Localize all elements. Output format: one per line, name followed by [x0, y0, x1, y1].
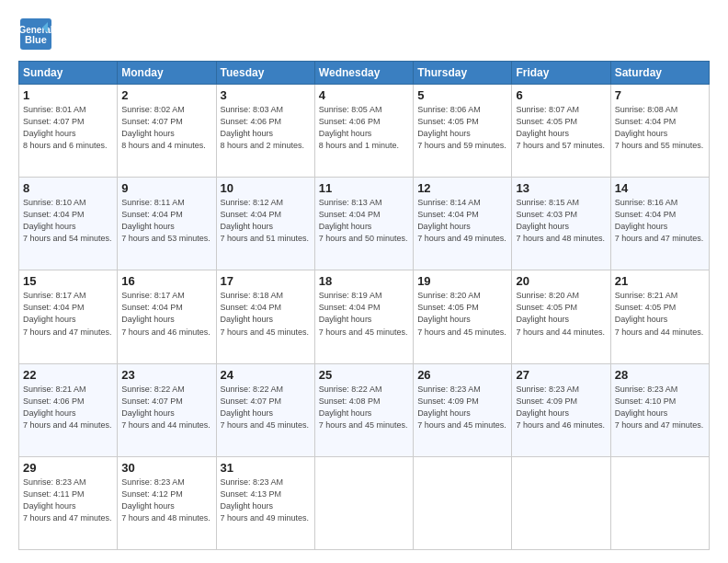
day-number: 22 [23, 368, 113, 382]
day-info: Sunrise: 8:21 AMSunset: 4:06 PMDaylight … [23, 384, 113, 431]
week-row-3: 15Sunrise: 8:17 AMSunset: 4:04 PMDayligh… [19, 270, 710, 363]
day-info: Sunrise: 8:12 AMSunset: 4:04 PMDaylight … [221, 197, 311, 245]
col-header-saturday: Saturday [610, 62, 709, 85]
calendar-cell [512, 456, 610, 549]
day-number: 30 [121, 461, 211, 475]
day-number: 17 [221, 274, 311, 288]
day-number: 19 [417, 274, 507, 288]
day-number: 6 [516, 88, 606, 102]
calendar-cell: 20Sunrise: 8:20 AMSunset: 4:05 PMDayligh… [512, 270, 610, 363]
day-info: Sunrise: 8:20 AMSunset: 4:05 PMDaylight … [516, 290, 606, 338]
day-number: 3 [221, 88, 311, 102]
day-info: Sunrise: 8:23 AMSunset: 4:11 PMDaylight … [23, 477, 113, 524]
day-number: 29 [23, 461, 113, 475]
day-number: 10 [221, 181, 311, 195]
calendar-cell: 12Sunrise: 8:14 AMSunset: 4:04 PMDayligh… [414, 178, 512, 270]
calendar-cell: 2Sunrise: 8:02 AMSunset: 4:07 PMDaylight… [118, 85, 216, 178]
day-info: Sunrise: 8:23 AMSunset: 4:10 PMDaylight … [615, 384, 705, 431]
day-info: Sunrise: 8:17 AMSunset: 4:04 PMDaylight … [23, 290, 113, 338]
day-info: Sunrise: 8:23 AMSunset: 4:12 PMDaylight … [121, 477, 211, 524]
col-header-tuesday: Tuesday [216, 62, 314, 85]
calendar-cell: 10Sunrise: 8:12 AMSunset: 4:04 PMDayligh… [216, 178, 314, 270]
calendar-cell: 31Sunrise: 8:23 AMSunset: 4:13 PMDayligh… [216, 456, 314, 549]
day-number: 16 [121, 274, 211, 288]
header: General Blue [18, 17, 710, 52]
calendar-cell: 24Sunrise: 8:22 AMSunset: 4:07 PMDayligh… [216, 363, 314, 456]
week-row-1: 1Sunrise: 8:01 AMSunset: 4:07 PMDaylight… [19, 85, 710, 178]
day-info: Sunrise: 8:22 AMSunset: 4:08 PMDaylight … [319, 384, 409, 431]
calendar-cell: 4Sunrise: 8:05 AMSunset: 4:06 PMDaylight… [314, 85, 413, 178]
day-info: Sunrise: 8:01 AMSunset: 4:07 PMDaylight … [23, 104, 113, 152]
day-number: 31 [221, 461, 311, 475]
day-number: 12 [417, 181, 507, 195]
day-number: 7 [615, 88, 705, 102]
day-number: 15 [23, 274, 113, 288]
day-number: 2 [121, 88, 211, 102]
day-info: Sunrise: 8:18 AMSunset: 4:04 PMDaylight … [221, 290, 311, 338]
calendar-cell: 11Sunrise: 8:13 AMSunset: 4:04 PMDayligh… [314, 178, 413, 270]
day-number: 25 [319, 368, 409, 382]
day-info: Sunrise: 8:20 AMSunset: 4:05 PMDaylight … [417, 290, 507, 338]
day-info: Sunrise: 8:22 AMSunset: 4:07 PMDaylight … [121, 384, 211, 431]
day-number: 4 [319, 88, 409, 102]
calendar-cell: 13Sunrise: 8:15 AMSunset: 4:03 PMDayligh… [512, 178, 610, 270]
day-info: Sunrise: 8:16 AMSunset: 4:04 PMDaylight … [615, 197, 705, 245]
calendar-cell: 3Sunrise: 8:03 AMSunset: 4:06 PMDaylight… [216, 85, 314, 178]
calendar-cell: 21Sunrise: 8:21 AMSunset: 4:05 PMDayligh… [610, 270, 709, 363]
day-number: 26 [417, 368, 507, 382]
logo: General Blue [18, 17, 53, 52]
day-info: Sunrise: 8:06 AMSunset: 4:05 PMDaylight … [417, 104, 507, 152]
day-number: 13 [516, 181, 606, 195]
calendar-cell: 26Sunrise: 8:23 AMSunset: 4:09 PMDayligh… [414, 363, 512, 456]
calendar-cell: 28Sunrise: 8:23 AMSunset: 4:10 PMDayligh… [610, 363, 709, 456]
day-info: Sunrise: 8:23 AMSunset: 4:13 PMDaylight … [221, 477, 311, 524]
day-number: 20 [516, 274, 606, 288]
calendar-cell: 18Sunrise: 8:19 AMSunset: 4:04 PMDayligh… [314, 270, 413, 363]
calendar-cell: 15Sunrise: 8:17 AMSunset: 4:04 PMDayligh… [19, 270, 118, 363]
calendar-cell: 9Sunrise: 8:11 AMSunset: 4:04 PMDaylight… [118, 178, 216, 270]
day-info: Sunrise: 8:03 AMSunset: 4:06 PMDaylight … [221, 104, 311, 152]
day-number: 9 [121, 181, 211, 195]
day-info: Sunrise: 8:19 AMSunset: 4:04 PMDaylight … [319, 290, 409, 338]
day-info: Sunrise: 8:02 AMSunset: 4:07 PMDaylight … [121, 104, 211, 152]
page: General Blue SundayMondayTuesdayWednesda… [0, 0, 728, 563]
calendar-cell [314, 456, 413, 549]
day-number: 14 [615, 181, 705, 195]
day-number: 8 [23, 181, 113, 195]
day-info: Sunrise: 8:08 AMSunset: 4:04 PMDaylight … [615, 104, 705, 152]
day-info: Sunrise: 8:15 AMSunset: 4:03 PMDaylight … [516, 197, 606, 245]
day-info: Sunrise: 8:22 AMSunset: 4:07 PMDaylight … [221, 384, 311, 431]
calendar-cell: 7Sunrise: 8:08 AMSunset: 4:04 PMDaylight… [610, 85, 709, 178]
week-row-5: 29Sunrise: 8:23 AMSunset: 4:11 PMDayligh… [19, 456, 710, 549]
day-info: Sunrise: 8:11 AMSunset: 4:04 PMDaylight … [121, 197, 211, 245]
week-row-4: 22Sunrise: 8:21 AMSunset: 4:06 PMDayligh… [19, 363, 710, 456]
day-info: Sunrise: 8:05 AMSunset: 4:06 PMDaylight … [319, 104, 409, 152]
col-header-thursday: Thursday [414, 62, 512, 85]
col-header-friday: Friday [512, 62, 610, 85]
calendar-cell: 23Sunrise: 8:22 AMSunset: 4:07 PMDayligh… [118, 363, 216, 456]
svg-text:Blue: Blue [25, 34, 47, 45]
day-info: Sunrise: 8:10 AMSunset: 4:04 PMDaylight … [23, 197, 113, 245]
calendar-table: SundayMondayTuesdayWednesdayThursdayFrid… [18, 61, 710, 550]
week-row-2: 8Sunrise: 8:10 AMSunset: 4:04 PMDaylight… [19, 178, 710, 270]
day-info: Sunrise: 8:23 AMSunset: 4:09 PMDaylight … [516, 384, 606, 431]
day-number: 23 [121, 368, 211, 382]
calendar-cell: 22Sunrise: 8:21 AMSunset: 4:06 PMDayligh… [19, 363, 118, 456]
day-info: Sunrise: 8:13 AMSunset: 4:04 PMDaylight … [319, 197, 409, 245]
calendar-cell: 16Sunrise: 8:17 AMSunset: 4:04 PMDayligh… [118, 270, 216, 363]
calendar-cell [610, 456, 709, 549]
calendar-cell: 6Sunrise: 8:07 AMSunset: 4:05 PMDaylight… [512, 85, 610, 178]
calendar-cell [414, 456, 512, 549]
col-header-monday: Monday [118, 62, 216, 85]
calendar-cell: 19Sunrise: 8:20 AMSunset: 4:05 PMDayligh… [414, 270, 512, 363]
day-info: Sunrise: 8:23 AMSunset: 4:09 PMDaylight … [417, 384, 507, 431]
calendar-cell: 8Sunrise: 8:10 AMSunset: 4:04 PMDaylight… [19, 178, 118, 270]
calendar-header-row: SundayMondayTuesdayWednesdayThursdayFrid… [19, 62, 710, 85]
calendar-cell: 1Sunrise: 8:01 AMSunset: 4:07 PMDaylight… [19, 85, 118, 178]
day-number: 28 [615, 368, 705, 382]
day-number: 5 [417, 88, 507, 102]
calendar-cell: 30Sunrise: 8:23 AMSunset: 4:12 PMDayligh… [118, 456, 216, 549]
day-number: 24 [221, 368, 311, 382]
calendar-cell: 14Sunrise: 8:16 AMSunset: 4:04 PMDayligh… [610, 178, 709, 270]
day-info: Sunrise: 8:21 AMSunset: 4:05 PMDaylight … [615, 290, 705, 338]
